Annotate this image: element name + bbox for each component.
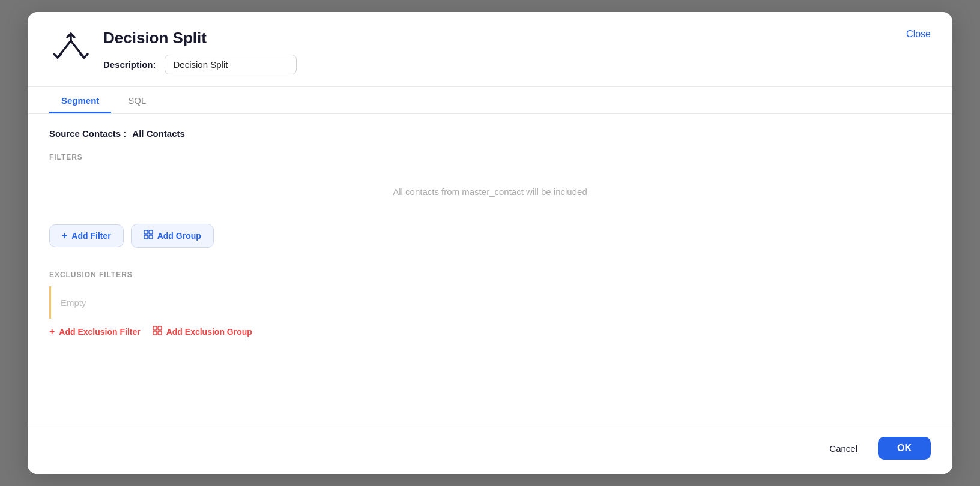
filters-main-area: All contacts from master_contact will be… <box>49 169 931 217</box>
add-exclusion-group-icon <box>153 326 162 338</box>
modal-header: Decision Split Description: Close <box>28 12 952 87</box>
description-label: Description: <box>103 59 156 70</box>
svg-rect-5 <box>144 235 148 239</box>
add-filter-icon: + <box>62 230 67 241</box>
exclusion-section: EXCLUSION FILTERS Empty + Add Exclusion … <box>49 271 931 338</box>
modal-body: Source Contacts : All Contacts FILTERS A… <box>28 114 952 427</box>
exclusion-empty-box: Empty <box>49 286 931 319</box>
modal-title: Decision Split <box>103 29 297 47</box>
source-contacts-row: Source Contacts : All Contacts <box>49 128 931 139</box>
decision-split-modal: Decision Split Description: Close Segmen… <box>28 12 952 474</box>
header-text-block: Decision Split Description: <box>103 29 297 74</box>
add-group-icon <box>144 230 153 242</box>
filter-buttons-row: + Add Filter Ad <box>49 224 931 248</box>
exclusion-btns-row: + Add Exclusion Filter Add Exc <box>49 326 931 338</box>
filters-section-label: FILTERS <box>49 153 931 161</box>
svg-rect-3 <box>144 230 148 234</box>
add-filter-label: Add Filter <box>71 231 110 241</box>
add-exclusion-filter-button[interactable]: + Add Exclusion Filter <box>49 326 141 337</box>
filters-section: FILTERS All contacts from master_contact… <box>49 153 931 248</box>
tab-sql[interactable]: SQL <box>116 87 158 113</box>
svg-rect-10 <box>158 331 162 335</box>
modal-footer: Cancel OK <box>28 427 952 474</box>
svg-rect-8 <box>158 326 162 330</box>
modal-overlay: Decision Split Description: Close Segmen… <box>0 0 980 486</box>
svg-rect-7 <box>153 326 157 330</box>
source-contacts-value: All Contacts <box>132 128 185 139</box>
exclusion-section-label: EXCLUSION FILTERS <box>49 271 931 279</box>
tab-segment[interactable]: Segment <box>49 87 111 113</box>
exclusion-empty-label: Empty <box>61 298 86 308</box>
tabs-row: Segment SQL <box>28 87 952 114</box>
decision-split-icon <box>49 30 92 73</box>
close-button[interactable]: Close <box>906 29 931 40</box>
svg-rect-9 <box>153 331 157 335</box>
cancel-button[interactable]: Cancel <box>817 437 870 460</box>
filters-empty-message: All contacts from master_contact will be… <box>49 169 931 215</box>
svg-rect-4 <box>149 230 153 234</box>
add-exclusion-group-label: Add Exclusion Group <box>166 327 252 337</box>
add-exclusion-group-button[interactable]: Add Exclusion Group <box>153 326 252 338</box>
svg-rect-6 <box>149 235 153 239</box>
description-input[interactable] <box>165 55 297 74</box>
ok-button[interactable]: OK <box>878 437 931 460</box>
add-group-label: Add Group <box>157 231 201 241</box>
add-group-button[interactable]: Add Group <box>131 224 214 248</box>
source-contacts-label: Source Contacts : <box>49 128 126 139</box>
add-exclusion-filter-icon: + <box>49 326 55 337</box>
add-exclusion-filter-label: Add Exclusion Filter <box>59 327 140 337</box>
add-filter-button[interactable]: + Add Filter <box>49 224 124 247</box>
description-row: Description: <box>103 55 297 74</box>
